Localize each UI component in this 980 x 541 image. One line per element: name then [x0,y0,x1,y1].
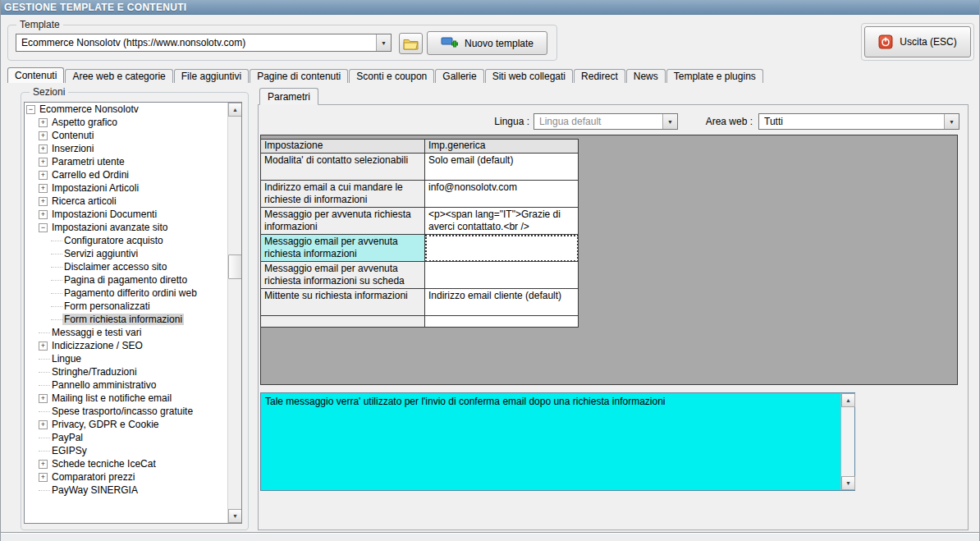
tree-connector [51,241,62,241]
value-cell[interactable]: Indirizzo email cliente (default) [425,289,579,316]
tree-item-schede-tecniche-icecat[interactable]: +Schede tecniche IceCat [25,457,241,470]
uscita-button[interactable]: Uscita (ESC) [864,26,971,57]
value-cell[interactable]: <p><span lang="IT">Grazie di averci cont… [425,208,579,235]
tree-item-ricerca-articoli[interactable]: +Ricerca articoli [25,195,241,208]
expand-plus-icon[interactable]: + [39,342,48,351]
scroll-up-icon[interactable]: ▲ [841,393,855,407]
tree-item-impostazioni-articoli[interactable]: +Impostazioni Articoli [25,181,241,195]
tree-item-indicizzazione-seo[interactable]: +Indicizzazione / SEO [25,339,241,352]
tree-item-spese-trasporto-incasso-gratuite[interactable]: Spese trasporto/incasso gratuite [25,405,241,418]
expand-plus-icon[interactable]: + [39,171,48,180]
area-web-select[interactable]: Tutti ▼ [758,113,959,130]
lingua-select[interactable]: Lingua default ▼ [534,113,678,130]
tree-item-configuratore-acquisto[interactable]: Configuratore acquisto [25,234,241,247]
expand-plus-icon[interactable]: + [39,131,48,140]
tree-item-mailing-list-e-notifiche-email[interactable]: +Mailing list e notifiche email [25,392,241,405]
template-select[interactable]: Ecommerce Nonsolotv (https://www.nonsolo… [16,34,392,52]
tree-item-payway-sinergia[interactable]: PayWay SINERGIA [25,484,241,497]
tree-item-stringhe-traduzioni[interactable]: Stringhe/Traduzioni [25,365,241,378]
tree-item-disclaimer-accesso-sito[interactable]: Disclaimer accesso sito [25,260,241,273]
parameters-table[interactable]: ImpostazioneImp.genericaModalita' di con… [260,139,579,328]
tab-template-e-plugins[interactable]: Template e plugins [666,69,763,83]
value-cell[interactable]: info@nonsolotv.com [425,181,579,208]
value-cell[interactable] [425,262,579,289]
open-folder-button[interactable] [399,33,423,54]
sections-tree[interactable]: −Ecommerce Nonsolotv+Aspetto grafico+Con… [24,102,242,524]
tree-item-impostazioni-avanzate-sito[interactable]: −Impostazioni avanzate sito [25,221,241,234]
tree-item-egipsy[interactable]: EGIPSy [25,444,241,457]
tab-contenuti[interactable]: Contenuti [7,67,64,83]
tree-item-impostazioni-documenti[interactable]: +Impostazioni Documenti [25,208,241,221]
setting-cell[interactable] [260,316,425,328]
value-cell[interactable]: Solo email (default) [425,154,579,181]
expand-plus-icon[interactable]: + [39,144,48,154]
nuovo-template-button[interactable]: Nuovo template [427,31,547,55]
tab-sconti-e-coupon[interactable]: Sconti e coupon [349,69,434,83]
chevron-down-icon[interactable]: ▼ [944,114,959,129]
tab-news[interactable]: News [626,69,666,83]
column-header-impostazione[interactable]: Impostazione [260,140,425,154]
value-cell[interactable] [425,235,579,262]
tree-scrollbar-thumb[interactable] [228,254,242,279]
expand-plus-icon[interactable]: + [39,197,48,206]
scroll-up-icon[interactable]: ▲ [228,103,242,117]
setting-cell[interactable]: Mittente su richiesta informazioni [260,289,425,316]
chevron-down-icon[interactable]: ▼ [662,114,677,129]
tree-item-carrello-ed-ordini[interactable]: +Carrello ed Ordini [25,168,241,181]
tree-item-label: Ricerca articoli [50,195,118,207]
expand-plus-icon[interactable]: + [39,184,48,193]
table-row[interactable]: Messaggio email per avvenuta richiesta i… [260,235,579,262]
tree-item-ecommerce-nonsolotv[interactable]: −Ecommerce Nonsolotv [25,103,241,116]
expand-plus-icon[interactable]: + [39,420,48,429]
scroll-down-icon[interactable]: ▼ [841,476,855,490]
setting-cell[interactable]: Messaggio email per avvenuta richiesta i… [260,262,425,289]
chevron-down-icon[interactable]: ▼ [376,34,391,51]
tab-redirect[interactable]: Redirect [574,69,625,83]
tab-pagine-di-contenuti[interactable]: Pagine di contenuti [250,69,348,83]
window-titlebar[interactable]: GESTIONE TEMPLATE E CONTENUTI [1,0,979,15]
collapse-minus-icon[interactable]: − [39,223,48,232]
tab-parametri[interactable]: Parametri [259,88,318,105]
table-row[interactable]: Mittente su richiesta informazioniIndiri… [260,289,579,316]
tab-file-aggiuntivi[interactable]: File aggiuntivi [174,69,249,83]
tree-scrollbar[interactable]: ▲ ▼ [227,103,241,523]
setting-cell[interactable]: Indirizzo email a cui mandare le richies… [260,181,425,208]
collapse-minus-icon[interactable]: − [26,105,35,114]
table-row[interactable] [260,316,579,328]
tree-item-messaggi-e-testi-vari[interactable]: Messaggi e testi vari [25,326,241,339]
tab-gallerie[interactable]: Gallerie [435,69,483,83]
tree-item-form-personalizzati[interactable]: Form personalizzati [25,300,241,313]
tree-item-contenuti[interactable]: +Contenuti [25,129,241,142]
tree-item-pannello-amministrativo[interactable]: Pannello amministrativo [25,378,241,392]
column-header-imp-generica[interactable]: Imp.generica [425,140,579,154]
tree-item-aspetto-grafico[interactable]: +Aspetto grafico [25,116,241,129]
table-row[interactable]: Indirizzo email a cui mandare le richies… [260,181,579,208]
expand-plus-icon[interactable]: + [39,158,48,167]
expand-plus-icon[interactable]: + [39,460,48,469]
expand-plus-icon[interactable]: + [39,210,48,219]
tree-item-inserzioni[interactable]: +Inserzioni [25,142,241,155]
expand-plus-icon[interactable]: + [39,394,48,403]
scroll-down-icon[interactable]: ▼ [228,509,242,523]
value-cell[interactable] [425,316,579,328]
expand-plus-icon[interactable]: + [39,118,48,127]
tree-item-form-richiesta-informazioni[interactable]: Form richiesta informazioni [25,313,241,326]
setting-cell[interactable]: Messaggio per avvenuta richiesta informa… [260,208,425,235]
tree-item-privacy-gdpr-e-cookie[interactable]: +Privacy, GDPR e Cookie [25,418,241,431]
tree-item-pagamento-differito-ordini-web[interactable]: Pagamento differito ordini web [25,287,241,300]
tab-siti-web-collegati[interactable]: Siti web collegati [485,69,573,83]
table-row[interactable]: Modalita' di contatto selezionabiliSolo … [260,154,579,181]
help-scrollbar[interactable]: ▲ ▼ [840,393,854,490]
table-row[interactable]: Messaggio email per avvenuta richiesta i… [260,262,579,289]
tree-item-lingue[interactable]: Lingue [25,352,241,365]
tree-item-servizi-aggiuntivi[interactable]: Servizi aggiuntivi [25,247,241,260]
tree-item-paypal[interactable]: PayPal [25,431,241,444]
table-row[interactable]: Messaggio per avvenuta richiesta informa… [260,208,579,235]
tree-item-comparatori-prezzi[interactable]: +Comparatori prezzi [25,470,241,484]
expand-plus-icon[interactable]: + [39,473,48,482]
tree-item-parametri-utente[interactable]: +Parametri utente [25,155,241,168]
tree-item-pagina-di-pagamento-diretto[interactable]: Pagina di pagamento diretto [25,273,241,287]
setting-cell[interactable]: Messaggio email per avvenuta richiesta i… [260,235,425,262]
tab-aree-web-e-categorie[interactable]: Aree web e categorie [65,69,172,83]
setting-cell[interactable]: Modalita' di contatto selezionabili [260,154,425,181]
